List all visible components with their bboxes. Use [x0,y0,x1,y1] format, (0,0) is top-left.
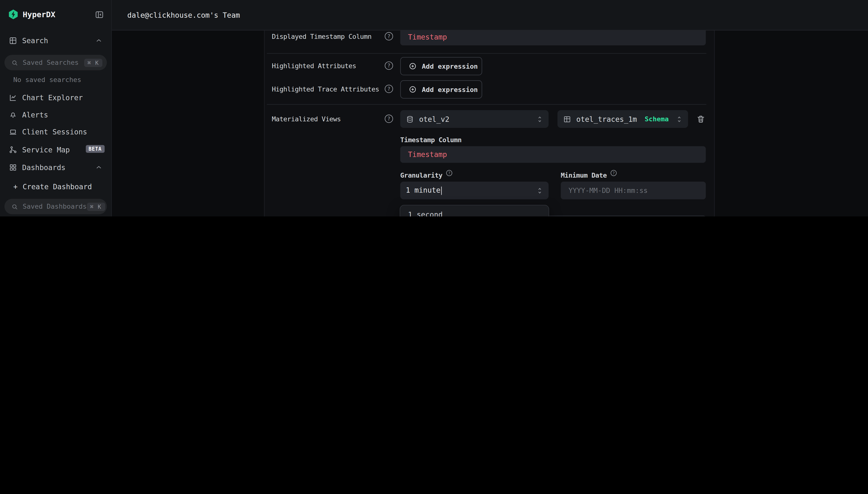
service-map-icon [9,146,17,154]
minimum-date-label: Minimum Date [561,172,607,179]
highlighted-trace-attributes-label: Highlighted Trace Attributes [272,85,379,93]
topbar: dale@clickhouse.com's Team [112,0,868,31]
sidebar-item-dashboards[interactable]: Dashboards [22,163,65,172]
create-dashboard-button[interactable]: +Create Dashboard [13,183,92,191]
materialized-table-select[interactable]: otel_traces_1m Schema [558,110,688,128]
chart-explorer-icon [9,94,17,102]
minimum-date-placeholder: YYYY-MM-DD HH:mm:ss [568,186,648,195]
dashboards-icon [9,163,17,172]
dropdown-option[interactable]: 1 second [403,207,546,216]
saved-dashboards-input[interactable]: Saved Dashboards ⌘ K [4,199,107,214]
beta-badge: BETA [86,145,104,153]
granularity-value: 1 minute [406,186,441,194]
search-nav-icon [9,37,17,45]
collapse-sidebar-icon[interactable] [95,10,104,19]
table-icon [563,115,571,123]
sidebar-item-alerts[interactable]: Alerts [22,111,48,119]
select-caret-icon [536,115,543,123]
plus-icon: + [13,183,18,191]
client-sessions-icon [9,128,17,136]
info-icon[interactable]: ? [446,170,452,176]
help-icon[interactable]: ? [385,61,393,70]
materialized-view-value: otel_v2 [419,115,531,123]
highlighted-attributes-label: Highlighted Attributes [272,62,356,70]
timestamp-column-label: Timestamp Column [400,136,462,144]
hyperdx-logo-icon [8,9,19,20]
saved-searches-input[interactable]: Saved Searches ⌘ K [4,55,107,70]
sidebar-item-search[interactable]: Search [22,37,48,45]
sidebar-item-service-map[interactable]: Service Map [22,146,70,154]
info-icon[interactable]: ? [611,170,617,176]
divider [267,53,707,54]
saved-dashboards-placeholder: Saved Dashboards [23,203,87,210]
sidebar-item-chart-explorer[interactable]: Chart Explorer [22,94,83,102]
select-caret-icon [536,186,543,195]
displayed-timestamp-value: Timestamp [408,33,447,41]
app-root: HyperDX Search Saved Searches ⌘ K No sav… [0,0,868,216]
help-icon[interactable]: ? [385,85,393,93]
displayed-timestamp-column-input[interactable]: Timestamp [400,28,706,45]
no-saved-searches-text: No saved searches [13,76,81,84]
saved-searches-placeholder: Saved Searches [23,59,84,66]
sidebar: HyperDX Search Saved Searches ⌘ K No sav… [0,0,112,216]
displayed-timestamp-column-label: Displayed Timestamp Column [272,33,371,40]
add-expression-button[interactable]: Add expression [400,80,482,98]
search-icon [11,203,18,210]
saved-searches-kbd: ⌘ K [84,58,102,67]
database-icon [406,115,414,123]
divider [267,104,707,104]
app-title: HyperDX [23,10,56,19]
add-expression-button[interactable]: Add expression [400,57,482,75]
materialized-views-label: Materialized Views [272,115,341,123]
granularity-dropdown: 1 second 15 seconds 30 seconds ✓ 1 minut… [400,205,549,216]
granularity-label: Granularity [400,172,443,179]
help-icon[interactable]: ? [385,115,393,123]
timestamp-column-input[interactable]: Timestamp [400,146,706,163]
help-icon[interactable]: ? [385,32,393,40]
chevron-up-icon[interactable] [96,165,102,169]
minimum-date-input[interactable]: YYYY-MM-DD HH:mm:ss [561,182,706,199]
search-icon [11,59,18,66]
chevron-up-icon[interactable] [96,38,102,42]
text-caret [441,187,442,195]
materialized-view-select[interactable]: otel_v2 [400,110,549,128]
delete-materialized-view-icon[interactable] [696,115,706,124]
page-title: dale@clickhouse.com's Team [127,11,240,19]
alerts-bell-icon [9,111,17,119]
plus-circle-icon [408,85,417,93]
granularity-select[interactable]: 1 minute [400,182,549,199]
sidebar-item-client-sessions[interactable]: Client Sessions [22,128,87,136]
saved-dashboards-kbd: ⌘ K [86,202,105,211]
materialized-table-value: otel_traces_1m [576,115,640,123]
schema-link[interactable]: Schema [645,115,669,123]
select-caret-icon [676,115,682,123]
timestamp-column-value: Timestamp [408,150,447,159]
plus-circle-icon [408,62,417,70]
